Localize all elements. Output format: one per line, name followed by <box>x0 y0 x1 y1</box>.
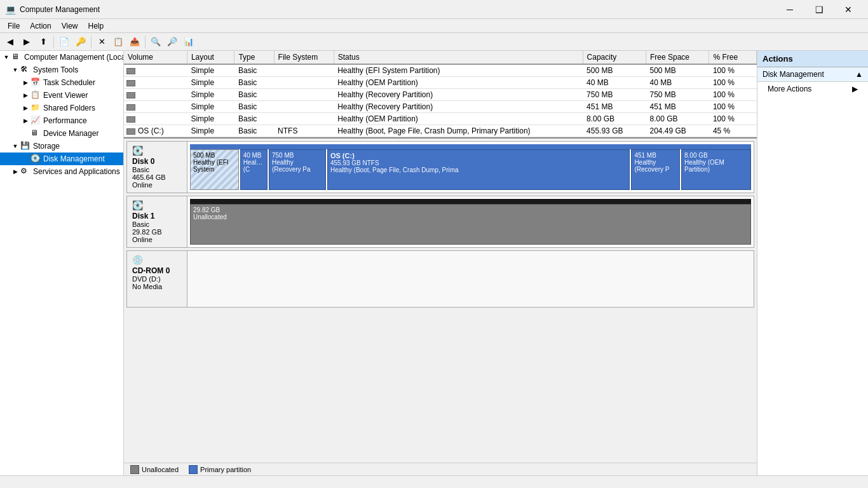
cdrom-name: CD-ROM 0 <box>132 266 182 275</box>
sidebar-item-disk-management[interactable]: 💽 Disk Management <box>0 152 123 165</box>
content-area: Volume Layout Type File System Status Ca… <box>124 51 757 475</box>
menu-action[interactable]: Action <box>25 20 56 32</box>
cell-layout: Simple <box>187 101 234 113</box>
disk-0-part-os[interactable]: OS (C:) 455.93 GB NTFS Healthy (Boot, Pa… <box>327 149 630 190</box>
disk-0-part-efi[interactable]: 500 MB Healthy (EFI System <box>190 149 239 190</box>
cell-type: Basic <box>234 113 274 125</box>
shared-folders-expander[interactable]: ▶ <box>20 103 31 113</box>
sidebar: ▼ 🖥 Computer Management (Local ▼ 🛠 Syste… <box>0 51 124 475</box>
sidebar-item-root[interactable]: ▼ 🖥 Computer Management (Local <box>0 51 123 64</box>
services-expander[interactable]: ▶ <box>10 166 20 177</box>
toolbar-delete[interactable]: ✕ <box>94 35 109 49</box>
sidebar-performance-label: Performance <box>43 116 87 125</box>
sidebar-item-task-scheduler[interactable]: ▶ 📅 Task Scheduler <box>0 76 123 89</box>
disk-0-type: Basic <box>132 166 182 173</box>
toolbar-zoom[interactable]: 🔎 <box>165 35 180 49</box>
cell-volume: OS (C:) <box>124 125 187 137</box>
part-oem-small-desc: Healthy (C <box>243 159 264 173</box>
sidebar-item-system-tools[interactable]: ▼ 🛠 System Tools <box>0 64 123 76</box>
table-row[interactable]: Simple Basic Healthy (Recovery Partition… <box>124 89 757 101</box>
cell-volume <box>124 89 187 101</box>
sidebar-disk-mgmt-label: Disk Management <box>43 154 105 163</box>
toolbar: ◀ ▶ ⬆ 📄 🔑 ✕ 📋 📤 🔍 🔎 📊 <box>0 33 868 51</box>
disk-0-part-oem-large[interactable]: 8.00 GB Healthy (OEM Partition) <box>681 149 751 190</box>
actions-header-label: Actions <box>763 54 793 64</box>
legend-primary-box <box>189 465 198 474</box>
cell-status: Healthy (OEM Partition) <box>334 77 583 89</box>
table-row[interactable]: Simple Basic Healthy (EFI System Partiti… <box>124 64 757 77</box>
root-expander[interactable]: ▼ <box>1 52 11 62</box>
disk-1-part-unalloc[interactable]: 29.82 GB Unallocated <box>190 204 751 245</box>
menu-file[interactable]: File <box>3 20 25 32</box>
sidebar-item-performance[interactable]: ▶ 📈 Performance <box>0 114 123 127</box>
cell-capacity: 40 MB <box>583 77 646 89</box>
col-capacity[interactable]: Capacity <box>583 51 646 64</box>
disk-0-part-oem-small[interactable]: 40 MB Healthy (C <box>240 149 268 190</box>
sidebar-item-storage[interactable]: ▼ 💾 Storage <box>0 140 123 152</box>
minimize-button[interactable]: ─ <box>775 0 804 19</box>
menu-bar: File Action View Help <box>0 19 868 33</box>
toolbar-export[interactable]: 📤 <box>127 35 142 49</box>
cell-volume <box>124 77 187 89</box>
sidebar-item-event-viewer[interactable]: ▶ 📋 Event Viewer <box>0 89 123 102</box>
main-layout: ▼ 🖥 Computer Management (Local ▼ 🛠 Syste… <box>0 51 868 475</box>
col-freespace[interactable]: Free Space <box>646 51 709 64</box>
toolbar-up[interactable]: ⬆ <box>36 35 51 49</box>
disk-mgmt-icon: 💽 <box>31 154 41 164</box>
sidebar-item-device-manager[interactable]: 🖥 Device Manager <box>0 127 123 140</box>
menu-help[interactable]: Help <box>83 20 109 32</box>
toolbar-show-hide[interactable]: 📄 <box>57 35 72 49</box>
toolbar-copy[interactable]: 📋 <box>111 35 126 49</box>
task-scheduler-expander[interactable]: ▶ <box>20 78 31 88</box>
table-row[interactable]: Simple Basic Healthy (Recovery Partition… <box>124 101 757 113</box>
actions-more-actions[interactable]: More Actions ▶ <box>757 82 868 96</box>
legend-bar: Unallocated Primary partition <box>124 463 757 475</box>
sidebar-services-label: Services and Applications <box>33 167 120 176</box>
table-area[interactable]: Volume Layout Type File System Status Ca… <box>124 51 757 139</box>
cell-type: Basic <box>234 89 274 101</box>
cell-capacity: 750 MB <box>583 89 646 101</box>
toolbar-back[interactable]: ◀ <box>3 35 18 49</box>
legend-unallocated-label: Unallocated <box>142 466 179 473</box>
cell-type: Basic <box>234 101 274 113</box>
table-row[interactable]: Simple Basic Healthy (OEM Partition) 40 … <box>124 77 757 89</box>
menu-view[interactable]: View <box>57 20 83 32</box>
cell-filesystem <box>274 113 334 125</box>
col-layout[interactable]: Layout <box>187 51 234 64</box>
system-tools-expander[interactable]: ▼ <box>10 65 20 75</box>
col-pctfree[interactable]: % Free <box>709 51 757 64</box>
event-viewer-expander[interactable]: ▶ <box>20 90 31 100</box>
cell-freespace: 8.00 GB <box>646 113 709 125</box>
col-volume[interactable]: Volume <box>124 51 187 64</box>
col-filesystem[interactable]: File System <box>274 51 334 64</box>
col-type[interactable]: Type <box>234 51 274 64</box>
storage-expander[interactable]: ▼ <box>10 141 20 151</box>
maximize-button[interactable]: ❑ <box>804 0 834 19</box>
sidebar-item-shared-folders[interactable]: ▶ 📁 Shared Folders <box>0 102 123 114</box>
cell-pctfree: 100 % <box>709 77 757 89</box>
part-recovery2-size: 451 MB <box>634 152 677 159</box>
cell-volume <box>124 101 187 113</box>
cell-filesystem <box>274 101 334 113</box>
cdrom-partitions <box>187 251 754 307</box>
cdrom-status: No Media <box>132 283 182 290</box>
disk-visual-area[interactable]: 💽 Disk 0 Basic 465.64 GB Online 500 <box>124 139 757 463</box>
table-row[interactable]: OS (C:) Simple Basic NTFS Healthy (Boot,… <box>124 125 757 137</box>
cell-freespace: 451 MB <box>646 101 709 113</box>
actions-collapse-icon[interactable]: ▲ <box>855 70 863 79</box>
toolbar-find[interactable]: 🔍 <box>148 35 163 49</box>
disk-0-part-recovery1[interactable]: 750 MB Healthy (Recovery Pa <box>269 149 326 190</box>
performance-expander[interactable]: ▶ <box>20 116 31 126</box>
close-button[interactable]: ✕ <box>834 0 863 19</box>
disk-1-icon: 💽 <box>132 200 182 210</box>
disk-0-partitions: 500 MB Healthy (EFI System 40 MB Healthy… <box>187 142 754 193</box>
col-status[interactable]: Status <box>334 51 583 64</box>
sidebar-item-services-apps[interactable]: ▶ ⚙ Services and Applications <box>0 165 123 178</box>
toolbar-chart[interactable]: 📊 <box>181 35 196 49</box>
toolbar-forward[interactable]: ▶ <box>19 35 34 49</box>
table-row[interactable]: Simple Basic Healthy (OEM Partition) 8.0… <box>124 113 757 125</box>
actions-subheader[interactable]: Disk Management ▲ <box>757 67 868 82</box>
toolbar-properties[interactable]: 🔑 <box>73 35 88 49</box>
disk-0-part-recovery2[interactable]: 451 MB Healthy (Recovery P <box>631 149 680 190</box>
disk-1-partitions: 29.82 GB Unallocated <box>187 196 754 247</box>
